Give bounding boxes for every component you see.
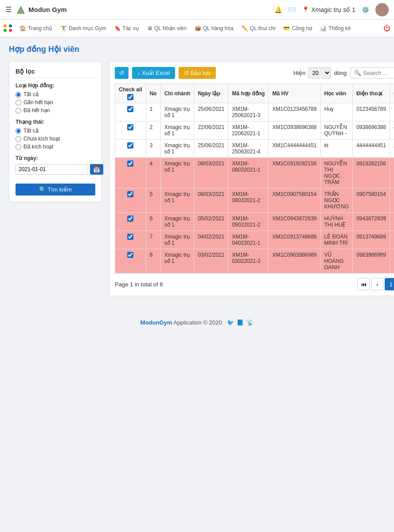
rss-icon[interactable]: 📡: [246, 319, 254, 326]
page-prev-button[interactable]: ‹: [371, 278, 383, 290]
footer-text: Application © 2020: [173, 319, 222, 326]
cell-package: Mem&1on1: [390, 213, 394, 231]
data-table: Check all No Chi nhánh Ngày lập Mã hợp đ…: [115, 83, 394, 274]
contract-type-label: Loại Hợp đồng:: [16, 82, 95, 89]
row-checkbox[interactable]: [127, 234, 133, 240]
table-toolbar: ↺ ↓ Xuất Excel ↺ Bảo lưu Hiện 20 50 100 …: [115, 67, 394, 79]
excel-button[interactable]: ↓ Xuất Excel: [132, 67, 175, 79]
cell-date: 22/06/2021: [194, 121, 228, 140]
from-date-input[interactable]: [16, 164, 88, 175]
row-checkbox[interactable]: [127, 160, 133, 167]
status-all[interactable]: Tất cả: [16, 128, 95, 134]
calendar-button[interactable]: 📅: [90, 164, 103, 175]
row-checkbox[interactable]: [127, 142, 133, 149]
col-package: Gói tập: [390, 84, 394, 103]
cell-contract-code: XM1M-25062021-4: [228, 140, 269, 158]
location-icon: 📍: [302, 6, 309, 13]
nav-home[interactable]: 🏠 Trang chủ: [16, 23, 56, 33]
top-bar: ☰ Modun Gym 🔔 ✉️ 📍 Xmagic trụ số 1 ⚙️: [0, 0, 394, 20]
page-info: Page 1 in total of 8: [115, 281, 163, 288]
cell-date: 08/03/2021: [194, 158, 228, 188]
cell-phone: 0938696388: [353, 121, 390, 140]
check-all-checkbox[interactable]: [127, 94, 133, 100]
nav-stats[interactable]: 📊 Thống kê: [316, 23, 354, 33]
page-content: Hợp đồng Hội viên Bộ lọc Loại Hợp đồng: …: [0, 37, 394, 303]
cell-no: 3: [146, 140, 160, 158]
refresh-button[interactable]: ↺: [115, 67, 129, 79]
contract-type-all[interactable]: Tất cả: [16, 91, 95, 98]
cell-phone: 0919282156: [353, 158, 390, 188]
table-row: 7 Xmagic trụ số 1 04/02/2021 XM1M-040220…: [115, 231, 394, 249]
nav-gym[interactable]: 🏋 Danh mục Gym: [57, 23, 110, 33]
row-checkbox[interactable]: [127, 124, 133, 130]
status-inactive[interactable]: Chưa kích hoạt: [16, 136, 95, 142]
power-icon[interactable]: ⏻: [383, 24, 390, 32]
cell-date: 25/06/2021: [194, 140, 228, 158]
cell-package: 1 tháng: [390, 103, 394, 121]
social-links: 🐦 📘 📡: [227, 319, 254, 326]
nav-debt[interactable]: 💳 Công nợ: [280, 23, 316, 33]
row-checkbox[interactable]: [127, 191, 133, 197]
main-layout: Bộ lọc Loại Hợp đồng: Tất cả Gần hết hạn…: [9, 61, 385, 296]
row-checkbox[interactable]: [127, 106, 133, 112]
cell-contract-code: XM1M-05022021-2: [228, 213, 269, 231]
nav-goods[interactable]: 📦 QL hàng hóa: [191, 23, 237, 33]
app-logo: Modun Gym: [16, 5, 274, 15]
cell-check: [115, 121, 146, 140]
logo-icon: [16, 5, 26, 15]
table-row: 6 Xmagic trụ số 1 05/02/2021 XM1M-050220…: [115, 213, 394, 231]
cell-package: Mem&1on1: [390, 231, 394, 249]
table-row: 2 Xmagic trụ số 1 22/06/2021 XM1M-220620…: [115, 121, 394, 140]
search-button[interactable]: 🔍 Tìm kiếm: [16, 184, 95, 196]
table-head: Check all No Chi nhánh Ngày lập Mã hợp đ…: [115, 84, 394, 103]
status-active[interactable]: Đã kích hoạt: [16, 144, 95, 150]
cell-contract-code: XM1M-03022021-3: [228, 249, 269, 274]
nav-task[interactable]: 🔖 Tác vụ: [111, 23, 143, 33]
row-checkbox[interactable]: [127, 215, 133, 222]
cell-package: Mem&1on1: [390, 249, 394, 274]
cell-contract-code: XM1M-22062021-1: [228, 121, 269, 140]
twitter-icon[interactable]: 🐦: [227, 319, 234, 326]
cell-date: 04/02/2021: [194, 231, 228, 249]
cell-date: 08/03/2021: [194, 188, 228, 213]
col-contract-code: Mã hợp đồng: [228, 84, 269, 103]
hamburger-icon[interactable]: ☰: [5, 5, 12, 14]
col-name: Học viên: [320, 84, 353, 103]
search-input[interactable]: [363, 70, 394, 76]
contract-type-expired[interactable]: Đã hết hạn: [16, 107, 95, 113]
nav-staff[interactable]: 🖥 QL Nhân viên: [144, 23, 190, 33]
status-options: Tất cả Chưa kích hoạt Đã kích hoạt: [16, 128, 95, 150]
cell-package: 2 tháng: [390, 140, 394, 158]
cell-member-code: XM1C0913749689: [269, 231, 320, 249]
page-title: Hợp đồng Hội viên: [9, 44, 385, 54]
table-row: 1 Xmagic trụ số 1 25/06/2021 XM1M-250620…: [115, 103, 394, 121]
page-first-button[interactable]: ⏮: [357, 278, 370, 290]
goods-icon: 📦: [195, 25, 201, 31]
cell-check: [115, 140, 146, 158]
avatar[interactable]: [375, 3, 389, 16]
contract-type-near[interactable]: Gần hết hạn: [16, 99, 95, 106]
row-checkbox[interactable]: [127, 252, 133, 258]
bell-icon[interactable]: 🔔: [274, 6, 282, 13]
nav-finance[interactable]: ✏️ QL thu/ chi: [238, 23, 279, 33]
footer-brand: ModunGym: [140, 319, 172, 326]
settings-icon[interactable]: ⚙️: [362, 6, 369, 13]
facebook-icon[interactable]: 📘: [237, 319, 244, 326]
per-page-select[interactable]: 20 50 100: [308, 67, 331, 78]
cell-member-code: XM1C0919282156: [269, 158, 320, 188]
mail-icon[interactable]: ✉️: [288, 6, 296, 13]
cell-name: NGUYỄN QUỲNH -: [320, 121, 353, 140]
page-1-button[interactable]: 1: [385, 278, 394, 290]
date-input-wrap: 📅: [16, 164, 95, 175]
cell-contract-code: XM1M-08032021-2: [228, 188, 269, 213]
save-button[interactable]: ↺ Bảo lưu: [179, 67, 216, 79]
search-box: 🔍: [350, 67, 394, 78]
cell-member-code: XM1C4444444451: [269, 140, 320, 158]
finance-icon: ✏️: [242, 25, 248, 31]
cell-branch: Xmagic trụ số 1: [160, 188, 194, 213]
cell-branch: Xmagic trụ số 1: [160, 249, 194, 274]
show-label: Hiện: [293, 70, 306, 76]
top-bar-actions: 🔔 ✉️ 📍 Xmagic trụ số 1 ⚙️: [274, 3, 389, 16]
user-location[interactable]: 📍 Xmagic trụ số 1: [302, 6, 355, 13]
cell-package: 4 tháng: [390, 121, 394, 140]
